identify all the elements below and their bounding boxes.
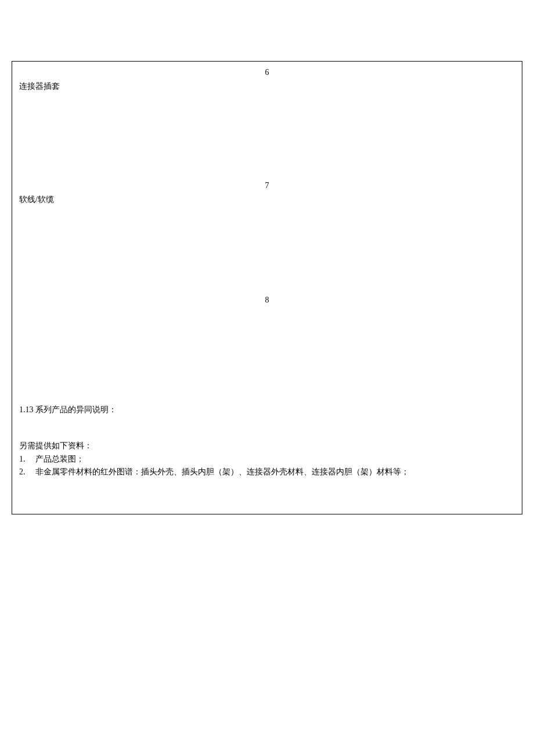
spacer xyxy=(19,308,515,398)
spacer xyxy=(12,479,522,514)
list-item-number: 1. xyxy=(19,453,35,466)
item-6-number: 6 xyxy=(19,62,515,79)
spacer xyxy=(19,207,515,289)
item-8-number: 8 xyxy=(19,289,515,307)
additional-heading: 另需提供如下资料： xyxy=(19,440,515,452)
additional-list: 1. 产品总装图； 2. 非金属零件材料的红外图谱：插头外壳、插头内胆（架）、连… xyxy=(19,453,515,479)
list-item-text: 产品总装图； xyxy=(35,453,515,466)
list-item: 1. 产品总装图； xyxy=(19,453,515,466)
series-description-section: 1.13 系列产品的异同说明： xyxy=(12,404,522,416)
item-8-section: 8 xyxy=(12,289,522,398)
document-page: 6 连接器插套 7 软线/软缆 8 1.13 系列产品的异同说明： 另需提供如下… xyxy=(12,61,522,514)
list-item: 2. 非金属零件材料的红外图谱：插头外壳、插头内胆（架）、连接器外壳材料、连接器… xyxy=(19,466,515,478)
series-heading: 1.13 系列产品的异同说明： xyxy=(19,404,515,416)
content-box: 6 连接器插套 7 软线/软缆 8 1.13 系列产品的异同说明： 另需提供如下… xyxy=(12,61,522,514)
list-item-text: 非金属零件材料的红外图谱：插头外壳、插头内胆（架）、连接器外壳材料、连接器内胆（… xyxy=(35,466,515,478)
item-6-label: 连接器插套 xyxy=(19,79,515,93)
item-7-number: 7 xyxy=(19,175,515,192)
additional-materials-section: 另需提供如下资料： 1. 产品总装图； 2. 非金属零件材料的红外图谱：插头外壳… xyxy=(12,440,522,478)
spacer xyxy=(19,93,515,175)
item-7-section: 7 软线/软缆 xyxy=(12,175,522,289)
item-6-section: 6 连接器插套 xyxy=(12,62,522,175)
item-7-label: 软线/软缆 xyxy=(19,192,515,206)
list-item-number: 2. xyxy=(19,466,35,478)
